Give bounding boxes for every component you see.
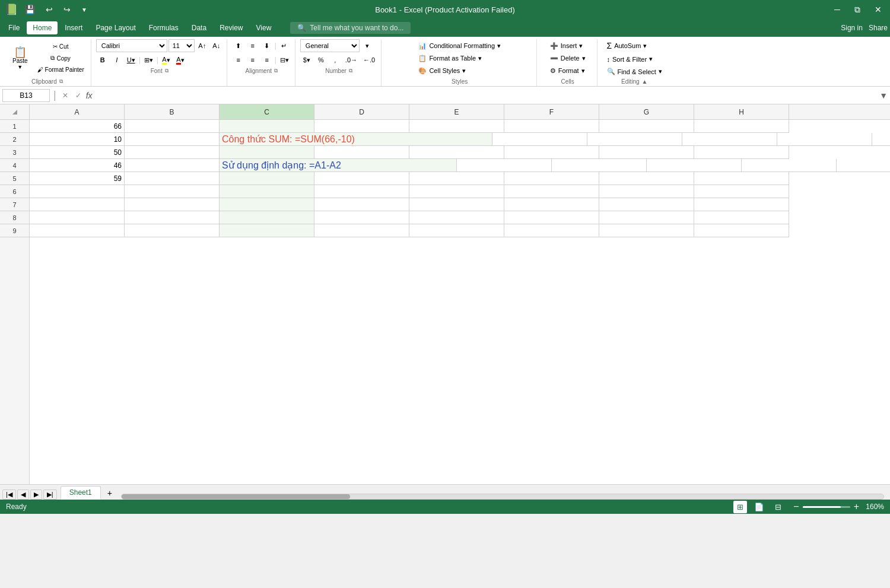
col-header-h[interactable]: H	[694, 104, 789, 119]
alignment-expand-icon[interactable]: ⧉	[274, 68, 278, 74]
decrease-font-btn[interactable]: A↓	[210, 39, 223, 52]
cell-h2[interactable]	[872, 133, 890, 146]
cell-f8[interactable]	[504, 211, 599, 224]
cell-d4[interactable]	[457, 159, 552, 172]
cell-f2[interactable]	[682, 133, 777, 146]
page-break-view-btn[interactable]: ⊟	[771, 501, 785, 513]
cell-c2[interactable]: Công thức SUM: =SUM(66,-10)	[220, 133, 492, 146]
cell-d8[interactable]	[314, 211, 409, 224]
menu-data[interactable]: Data	[186, 21, 212, 34]
cell-c9[interactable]	[220, 224, 314, 237]
percent-btn[interactable]: %	[314, 53, 328, 66]
cell-c1[interactable]	[220, 120, 314, 133]
format-btn[interactable]: ⚙ Format ▾	[546, 65, 590, 77]
cancel-formula-btn[interactable]: ✕	[60, 90, 71, 101]
cell-g2[interactable]	[777, 133, 872, 146]
cell-h9[interactable]	[694, 224, 789, 237]
cell-a5[interactable]: 59	[30, 172, 125, 185]
zoom-out-btn[interactable]: −	[792, 501, 800, 512]
row-num-1[interactable]: 1	[0, 120, 29, 133]
delete-btn[interactable]: ➖ Delete ▾	[546, 53, 590, 64]
cell-h6[interactable]	[694, 185, 789, 198]
zoom-in-btn[interactable]: +	[853, 501, 860, 512]
cell-e9[interactable]	[409, 224, 504, 237]
cell-f4[interactable]	[647, 159, 742, 172]
italic-button[interactable]: I	[110, 53, 123, 66]
cell-a7[interactable]	[30, 198, 125, 211]
cell-e1[interactable]	[409, 120, 504, 133]
menu-file[interactable]: File	[2, 21, 26, 34]
col-header-f[interactable]: F	[504, 104, 599, 119]
cell-c6[interactable]	[220, 185, 314, 198]
cell-f1[interactable]	[504, 120, 599, 133]
align-center-btn[interactable]: ≡	[246, 53, 259, 66]
align-bottom-btn[interactable]: ⬇	[260, 39, 274, 52]
sheet-first-btn[interactable]: |◀	[2, 490, 16, 500]
confirm-formula-btn[interactable]: ✓	[73, 90, 84, 101]
cell-h7[interactable]	[694, 198, 789, 211]
cell-a9[interactable]	[30, 224, 125, 237]
corner-cell[interactable]	[0, 104, 30, 119]
sheet-tab-sheet1[interactable]: Sheet1	[61, 486, 101, 500]
insert-btn[interactable]: ➕ Insert ▾	[546, 40, 590, 52]
fill-color-button[interactable]: A▾	[160, 53, 173, 66]
autosum-btn[interactable]: Σ AutoSum ▾	[603, 39, 666, 52]
decrease-decimal-btn[interactable]: ←.0	[361, 53, 377, 66]
row-num-9[interactable]: 9	[0, 224, 29, 237]
cell-h3[interactable]	[694, 146, 789, 159]
comma-btn[interactable]: ,	[329, 53, 342, 66]
collapse-ribbon-icon[interactable]: ▲	[642, 78, 648, 85]
tell-me-search[interactable]: 🔍 Tell me what you want to do...	[290, 22, 411, 34]
cell-d6[interactable]	[314, 185, 409, 198]
sheet-last-btn[interactable]: ▶|	[43, 490, 57, 500]
customize-btn[interactable]: ▼	[78, 7, 91, 13]
cell-g1[interactable]	[599, 120, 694, 133]
cell-a6[interactable]	[30, 185, 125, 198]
menu-review[interactable]: Review	[214, 21, 249, 34]
bold-button[interactable]: B	[96, 53, 109, 66]
underline-button[interactable]: U▾	[125, 53, 138, 66]
font-size-select[interactable]: 11	[169, 39, 195, 52]
undo-title-btn[interactable]: ↩	[42, 5, 56, 14]
cell-h5[interactable]	[694, 172, 789, 185]
border-button[interactable]: ⊞▾	[142, 53, 155, 66]
cell-reference-box[interactable]	[2, 89, 50, 102]
cell-d5[interactable]	[314, 172, 409, 185]
align-left-btn[interactable]: ≡	[232, 53, 245, 66]
share-btn[interactable]: Share	[869, 24, 888, 32]
format-as-table-btn[interactable]: 📋 Format as Table ▾	[414, 53, 505, 64]
cell-b5[interactable]	[125, 172, 220, 185]
close-btn[interactable]: ✕	[871, 5, 885, 14]
cell-f3[interactable]	[504, 146, 599, 159]
cell-f5[interactable]	[504, 172, 599, 185]
number-format-select[interactable]: General	[300, 39, 360, 52]
cell-a4[interactable]: 46	[30, 159, 125, 172]
menu-view[interactable]: View	[250, 21, 278, 34]
cell-a1[interactable]: 66	[30, 120, 125, 133]
align-right-btn[interactable]: ≡	[260, 53, 274, 66]
minimize-btn[interactable]: ─	[831, 5, 844, 14]
cell-d1[interactable]	[314, 120, 409, 133]
row-num-2[interactable]: 2	[0, 133, 29, 146]
col-header-e[interactable]: E	[409, 104, 504, 119]
cell-g3[interactable]	[599, 146, 694, 159]
increase-decimal-btn[interactable]: .0→	[343, 53, 360, 66]
col-header-a[interactable]: A	[30, 104, 125, 119]
number-expand-icon[interactable]: ⧉	[349, 68, 352, 74]
cell-e8[interactable]	[409, 211, 504, 224]
cell-e4[interactable]	[552, 159, 647, 172]
cell-a3[interactable]: 50	[30, 146, 125, 159]
wrap-text-btn[interactable]: ↵	[278, 39, 291, 52]
col-header-d[interactable]: D	[314, 104, 409, 119]
cell-b6[interactable]	[125, 185, 220, 198]
row-num-4[interactable]: 4	[0, 159, 29, 172]
menu-page-layout[interactable]: Page Layout	[90, 21, 141, 34]
cell-f7[interactable]	[504, 198, 599, 211]
cell-b9[interactable]	[125, 224, 220, 237]
find-select-btn[interactable]: 🔍 Find & Select ▾	[603, 66, 666, 77]
merge-btn[interactable]: ⊟▾	[278, 53, 291, 66]
sign-in-btn[interactable]: Sign in	[841, 24, 863, 32]
sort-filter-btn[interactable]: ↕ Sort & Filter ▾	[603, 53, 666, 65]
cell-h1[interactable]	[694, 120, 789, 133]
cell-g7[interactable]	[599, 198, 694, 211]
